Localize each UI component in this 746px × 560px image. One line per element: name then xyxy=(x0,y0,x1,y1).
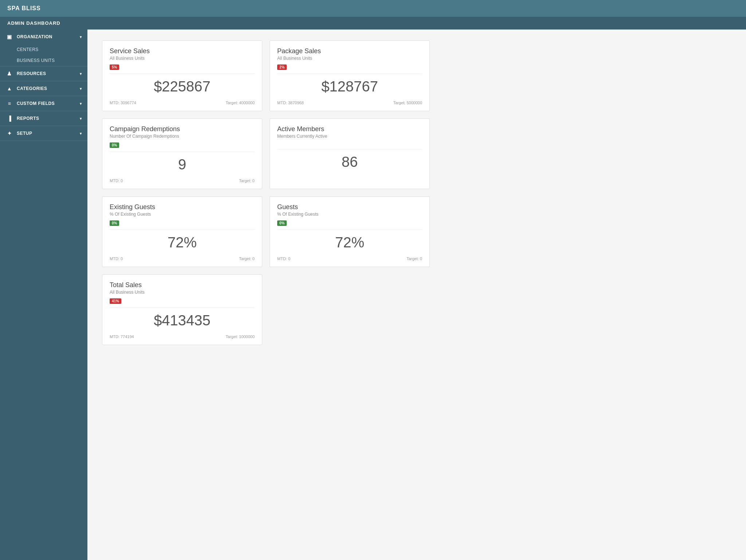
card-target: Target: 4000000 xyxy=(225,101,255,105)
sidebar-section-custom-fields: ≡ CUSTOM FIELDS ▾ xyxy=(0,96,87,111)
sidebar-label-resources: RESOURCES xyxy=(17,71,46,76)
card-value: 86 xyxy=(277,154,422,170)
resources-icon: ♟ xyxy=(6,71,13,77)
sidebar-item-categories[interactable]: ▲ CATEGORIES ▾ xyxy=(0,81,87,96)
app-title: SPA BLISS xyxy=(7,5,41,11)
chevron-down-icon: ▾ xyxy=(80,117,82,121)
card-footer: MTD: 0 Target: 0 xyxy=(277,256,422,261)
card-title: Total Sales xyxy=(110,281,255,289)
card-mtd: MTD: 3096774 xyxy=(110,101,136,105)
card-mtd: MTD: 0 xyxy=(110,256,123,261)
card-target: Target: 0 xyxy=(239,256,255,261)
card-value: $413435 xyxy=(110,312,255,329)
sidebar-item-business-units[interactable]: BUSINESS UNITS xyxy=(0,55,87,66)
card-title: Package Sales xyxy=(277,47,422,55)
card-divider xyxy=(277,149,422,149)
reports-icon: ▐ xyxy=(6,115,13,121)
card-value: 9 xyxy=(110,156,255,173)
card-badge: 0% xyxy=(110,142,119,148)
card-title: Existing Guests xyxy=(110,203,255,211)
card-divider xyxy=(110,230,255,230)
sidebar-label-reports: REPORTS xyxy=(17,116,39,121)
main-content: Service Sales All Business Units 5% $225… xyxy=(87,30,746,560)
sidebar-item-centers[interactable]: CENTERS xyxy=(0,44,87,55)
card-value: $225867 xyxy=(110,78,255,95)
sidebar-label-organization: ORGANIZATION xyxy=(17,34,52,39)
categories-icon: ▲ xyxy=(6,86,13,91)
card-subtitle: % Of Existing Guests xyxy=(110,212,255,217)
card-service-sales: Service Sales All Business Units 5% $225… xyxy=(102,40,262,111)
sidebar-label-custom-fields: CUSTOM FIELDS xyxy=(17,101,55,106)
card-value: $128767 xyxy=(277,78,422,95)
sidebar-section-categories: ▲ CATEGORIES ▾ xyxy=(0,81,87,96)
sidebar-item-setup[interactable]: ✦ SETUP ▾ xyxy=(0,126,87,141)
sidebar-label-categories: CATEGORIES xyxy=(17,86,47,91)
card-subtitle: All Business Units xyxy=(277,56,422,61)
chevron-down-icon: ▾ xyxy=(80,102,82,106)
sidebar-label-setup: SETUP xyxy=(17,131,32,136)
card-active-members: Active Members Members Currently Active … xyxy=(270,118,430,189)
card-badge: 2% xyxy=(277,64,287,70)
card-mtd: MTD: 3870968 xyxy=(277,101,304,105)
card-title: Campaign Redemptions xyxy=(110,125,255,133)
card-title: Service Sales xyxy=(110,47,255,55)
cards-grid: Service Sales All Business Units 5% $225… xyxy=(102,40,430,345)
custom-fields-icon: ≡ xyxy=(6,101,13,106)
card-divider xyxy=(277,230,422,230)
card-divider xyxy=(110,308,255,308)
card-total-sales: Total Sales All Business Units 41% $4134… xyxy=(102,274,262,345)
setup-icon: ✦ xyxy=(6,130,13,136)
card-mtd: MTD: 0 xyxy=(110,179,123,183)
card-mtd: MTD: 0 xyxy=(277,256,290,261)
card-package-sales: Package Sales All Business Units 2% $128… xyxy=(270,40,430,111)
layout: ▣ ORGANIZATION ▾ CENTERS BUSINESS UNITS … xyxy=(0,30,746,560)
card-existing-guests: Existing Guests % Of Existing Guests 0% … xyxy=(102,196,262,267)
sidebar-section-organization: ▣ ORGANIZATION ▾ CENTERS BUSINESS UNITS xyxy=(0,30,87,66)
card-subtitle: Number Of Campaign Redemptions xyxy=(110,134,255,139)
sidebar-section-resources: ♟ RESOURCES ▾ xyxy=(0,66,87,81)
sidebar-section-reports: ▐ REPORTS ▾ xyxy=(0,111,87,126)
top-bar: SPA BLISS xyxy=(0,0,746,17)
card-footer: MTD: 3096774 Target: 4000000 xyxy=(110,101,255,105)
sidebar-item-reports[interactable]: ▐ REPORTS ▾ xyxy=(0,111,87,126)
card-subtitle: % Of Existing Guests xyxy=(277,212,422,217)
chevron-down-icon: ▾ xyxy=(80,72,82,76)
card-title: Active Members xyxy=(277,125,422,133)
chevron-down-icon: ▾ xyxy=(80,132,82,136)
card-guests: Guests % Of Existing Guests 0% 72% MTD: … xyxy=(270,196,430,267)
chevron-down-icon: ▾ xyxy=(80,35,82,39)
chevron-down-icon: ▾ xyxy=(80,87,82,91)
card-target: Target: 0 xyxy=(239,179,255,183)
card-badge: 41% xyxy=(110,298,121,304)
card-subtitle: Members Currently Active xyxy=(277,134,422,139)
card-subtitle: All Business Units xyxy=(110,56,255,61)
card-divider xyxy=(277,74,422,74)
card-value: 72% xyxy=(277,234,422,251)
card-subtitle: All Business Units xyxy=(110,290,255,295)
sidebar-section-setup: ✦ SETUP ▾ xyxy=(0,126,87,141)
sidebar-item-resources[interactable]: ♟ RESOURCES ▾ xyxy=(0,66,87,81)
card-target: Target: 1000000 xyxy=(225,334,255,339)
card-target: Target: 0 xyxy=(407,256,422,261)
sidebar: ▣ ORGANIZATION ▾ CENTERS BUSINESS UNITS … xyxy=(0,30,87,560)
card-footer: MTD: 0 Target: 0 xyxy=(110,179,255,183)
sidebar-item-custom-fields[interactable]: ≡ CUSTOM FIELDS ▾ xyxy=(0,96,87,111)
card-target: Target: 5000000 xyxy=(393,101,422,105)
card-footer: MTD: 3870968 Target: 5000000 xyxy=(277,101,422,105)
card-footer: MTD: 774194 Target: 1000000 xyxy=(110,334,255,339)
organization-icon: ▣ xyxy=(6,34,13,40)
card-footer: MTD: 0 Target: 0 xyxy=(110,256,255,261)
card-title: Guests xyxy=(277,203,422,211)
admin-label: ADMIN DASHBOARD xyxy=(7,20,60,26)
admin-bar: ADMIN DASHBOARD xyxy=(0,17,746,30)
card-divider xyxy=(110,74,255,74)
sidebar-item-organization[interactable]: ▣ ORGANIZATION ▾ xyxy=(0,30,87,44)
card-badge: 0% xyxy=(110,220,119,226)
card-campaign-redemptions: Campaign Redemptions Number Of Campaign … xyxy=(102,118,262,189)
card-mtd: MTD: 774194 xyxy=(110,334,134,339)
card-divider xyxy=(110,152,255,152)
card-badge: 0% xyxy=(277,220,287,226)
card-badge: 5% xyxy=(110,64,119,70)
card-value: 72% xyxy=(110,234,255,251)
